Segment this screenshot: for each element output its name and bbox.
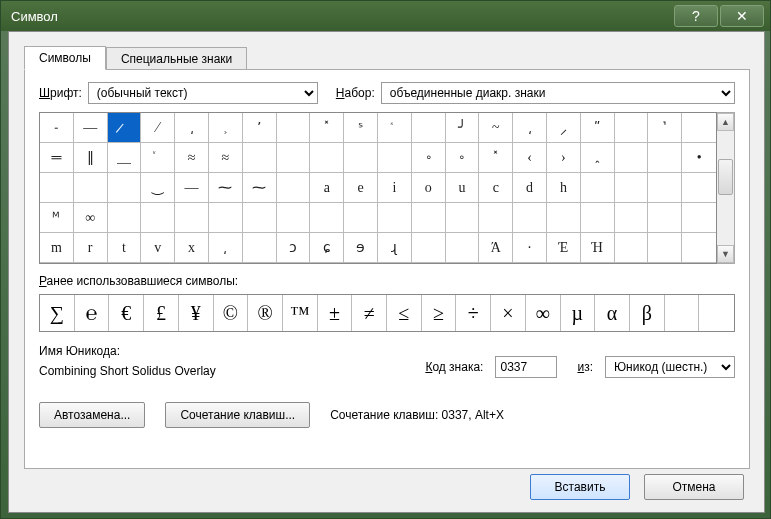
char-cell[interactable] (547, 203, 581, 233)
char-cell[interactable] (310, 203, 344, 233)
char-cell[interactable] (446, 203, 480, 233)
char-cell[interactable] (277, 203, 311, 233)
char-cell[interactable]: ͮ (141, 143, 175, 173)
char-cell[interactable] (682, 203, 716, 233)
char-cell[interactable]: e (344, 173, 378, 203)
char-cell[interactable] (277, 143, 311, 173)
char-cell[interactable]: Έ (547, 233, 581, 263)
font-select[interactable]: (обычный текст) (88, 82, 318, 104)
char-cell[interactable] (412, 203, 446, 233)
char-cell[interactable] (615, 113, 649, 143)
char-cell[interactable] (209, 203, 243, 233)
char-cell[interactable]: ᷤ (378, 113, 412, 143)
char-cell[interactable] (682, 233, 716, 263)
recent-cell[interactable]: ≠ (352, 295, 387, 331)
recent-cell[interactable]: × (491, 295, 526, 331)
recent-cell[interactable]: ℮ (75, 295, 110, 331)
char-cell[interactable] (175, 203, 209, 233)
char-cell[interactable] (648, 203, 682, 233)
char-cell[interactable] (479, 203, 513, 233)
recent-cell[interactable]: ¥ (179, 295, 214, 331)
char-cell[interactable]: — (175, 173, 209, 203)
char-cell[interactable] (344, 203, 378, 233)
char-cell[interactable]: u (446, 173, 480, 203)
char-cell[interactable] (412, 113, 446, 143)
char-cell[interactable] (412, 233, 446, 263)
recent-cell[interactable]: µ (561, 295, 596, 331)
scroll-thumb[interactable] (718, 159, 733, 195)
insert-button[interactable]: Вставить (530, 474, 630, 500)
char-cell[interactable]: ɔ (277, 233, 311, 263)
character-grid[interactable]: ˗—̷∕͵⸒ʼ˟ˢᷤ╯~͵⸝ʺ˺═‖⸏ͮ≈≈⸰⸰˟‹›ꞈ•‿—⁓⁓aeioucd… (39, 112, 717, 264)
char-cell[interactable]: ╯ (446, 113, 480, 143)
char-cell[interactable]: — (74, 113, 108, 143)
recent-cell[interactable]: € (109, 295, 144, 331)
char-cell[interactable]: ⸒ (209, 113, 243, 143)
char-cell[interactable] (74, 173, 108, 203)
char-cell[interactable]: • (682, 143, 716, 173)
cancel-button[interactable]: Отмена (644, 474, 744, 500)
from-select[interactable]: Юникод (шестн.) (605, 356, 735, 378)
close-button[interactable]: ✕ (720, 5, 764, 27)
scroll-up-icon[interactable]: ▲ (717, 113, 734, 131)
char-cell[interactable] (108, 203, 142, 233)
char-cell[interactable]: v (141, 233, 175, 263)
recent-grid[interactable]: ∑℮€£¥©®™±≠≤≥÷×∞µαβ (39, 294, 735, 332)
char-cell[interactable]: ˺ (648, 113, 682, 143)
recent-cell[interactable]: £ (144, 295, 179, 331)
char-cell[interactable] (682, 173, 716, 203)
recent-cell[interactable]: ® (248, 295, 283, 331)
subset-select[interactable]: объединенные диакр. знаки (381, 82, 735, 104)
char-cell[interactable] (141, 203, 175, 233)
char-cell[interactable]: ͵ (209, 233, 243, 263)
char-cell[interactable]: › (547, 143, 581, 173)
shortcut-key-button[interactable]: Сочетание клавиш... (165, 402, 310, 428)
char-cell[interactable]: ═ (40, 143, 74, 173)
char-cell[interactable]: ⸏ (108, 143, 142, 173)
char-cell[interactable]: m (40, 233, 74, 263)
char-cell[interactable]: ∞ (74, 203, 108, 233)
char-cell[interactable]: Ή (581, 233, 615, 263)
char-cell[interactable]: Ά (479, 233, 513, 263)
char-cell[interactable]: ˟ (479, 143, 513, 173)
char-cell[interactable] (648, 233, 682, 263)
help-button[interactable]: ? (674, 5, 718, 27)
grid-scrollbar[interactable]: ▲ ▼ (717, 112, 735, 264)
char-cell[interactable]: ᴹ (40, 203, 74, 233)
char-cell[interactable]: d (513, 173, 547, 203)
char-cell[interactable]: ≈ (175, 143, 209, 173)
char-cell[interactable] (513, 203, 547, 233)
tab-special[interactable]: Специальные знаки (106, 47, 247, 71)
char-cell[interactable] (277, 173, 311, 203)
char-cell[interactable]: · (513, 233, 547, 263)
char-cell[interactable] (378, 203, 412, 233)
char-cell[interactable] (615, 203, 649, 233)
char-cell[interactable]: ̷ (108, 113, 142, 143)
char-cell[interactable] (344, 143, 378, 173)
recent-cell[interactable]: ™ (283, 295, 318, 331)
char-cell[interactable] (310, 143, 344, 173)
char-cell[interactable] (581, 203, 615, 233)
char-cell[interactable]: h (547, 173, 581, 203)
char-cell[interactable]: ʺ (581, 113, 615, 143)
char-cell[interactable]: ɘ (344, 233, 378, 263)
recent-cell[interactable]: ∞ (526, 295, 561, 331)
recent-cell[interactable]: ∑ (40, 295, 75, 331)
char-cell[interactable]: ʼ (243, 113, 277, 143)
char-cell[interactable]: ɻ (378, 233, 412, 263)
char-cell[interactable] (277, 113, 311, 143)
char-cell[interactable]: x (175, 233, 209, 263)
char-cell[interactable] (108, 173, 142, 203)
char-cell[interactable]: ∕ (141, 113, 175, 143)
recent-cell[interactable]: © (214, 295, 249, 331)
char-cell[interactable]: ~ (479, 113, 513, 143)
recent-cell[interactable] (699, 295, 734, 331)
char-cell[interactable] (243, 143, 277, 173)
tab-symbols[interactable]: Символы (24, 46, 106, 70)
char-cell[interactable] (648, 173, 682, 203)
char-cell[interactable]: ‿ (141, 173, 175, 203)
recent-cell[interactable]: β (630, 295, 665, 331)
char-cell[interactable]: ⁓ (243, 173, 277, 203)
char-cell[interactable] (615, 143, 649, 173)
char-cell[interactable]: i (378, 173, 412, 203)
